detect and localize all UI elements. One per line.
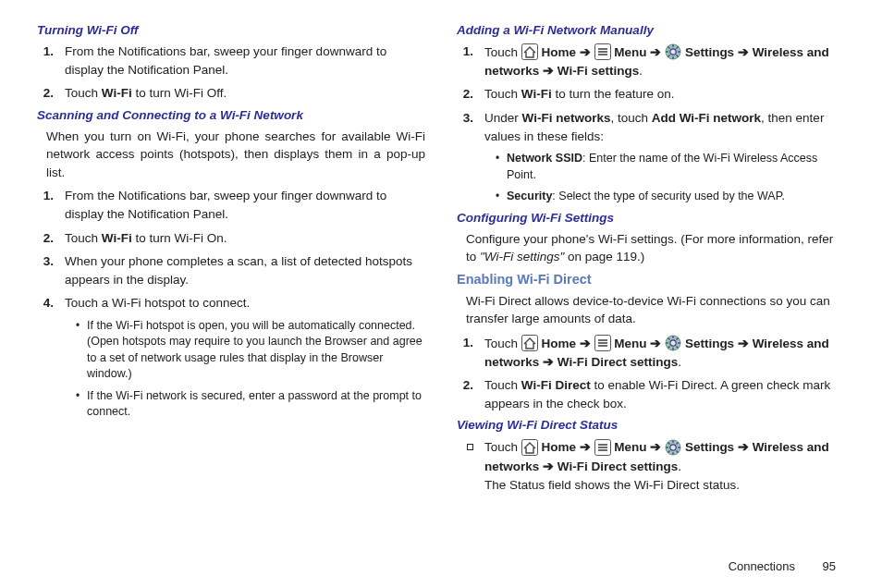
step-text: Under Wi-Fi networks, touch Add Wi-Fi ne… <box>484 109 845 145</box>
bullet-dot: • <box>76 318 87 334</box>
step-text: Touch Wi-Fi to turn Wi-Fi On. <box>65 229 425 248</box>
bold-text: Wi-Fi <box>102 86 132 100</box>
step-number: 2. <box>37 84 65 103</box>
step-text: Touch Wi-Fi to turn Wi-Fi Off. <box>65 84 425 103</box>
arrow-icon: ➔ <box>543 355 554 369</box>
arrow-icon: ➔ <box>738 337 749 350</box>
step-number: 2. <box>457 376 484 395</box>
bold-text: Home <box>542 337 580 350</box>
step-number: 4. <box>37 294 65 312</box>
bullet-text: Network SSID: Enter the name of the Wi-F… <box>507 151 845 183</box>
step-number: 1. <box>457 43 484 61</box>
bullet-item: • If the Wi-Fi hotspot is open, you will… <box>76 318 425 383</box>
bold-text: Menu <box>614 440 650 454</box>
list-viewing: Touch Home ➔ Menu ➔ Settings ➔ Wireless … <box>457 437 845 494</box>
step-number: 1. <box>457 334 484 352</box>
text: Touch <box>65 231 102 245</box>
step-number: 2. <box>457 85 484 104</box>
text: to turn Wi-Fi Off. <box>132 86 227 100</box>
step-number: 3. <box>37 252 65 271</box>
bold-text: Settings <box>685 337 738 350</box>
heading-scanning: Scanning and Connecting to a Wi-Fi Netwo… <box>37 108 425 122</box>
bullet-list: • If the Wi-Fi hotspot is open, you will… <box>76 318 425 421</box>
list-item: 1. Touch Home ➔ Menu ➔ Settings ➔ Wirele… <box>457 43 845 80</box>
list-item: Touch Home ➔ Menu ➔ Settings ➔ Wireless … <box>457 437 845 494</box>
bold-text: Wi-Fi settings <box>557 64 639 78</box>
bullet-list: • Network SSID: Enter the name of the Wi… <box>496 151 845 205</box>
bold-text: Wi-Fi <box>521 87 552 101</box>
left-column: Turning Wi-Fi Off 1. From the Notificati… <box>37 20 425 499</box>
bold-text: Settings <box>685 45 738 59</box>
list-adding: 1. Touch Home ➔ Menu ➔ Settings ➔ Wirele… <box>457 43 845 145</box>
menu-icon <box>594 439 611 456</box>
text: Touch <box>484 87 521 101</box>
text: Under <box>484 111 522 125</box>
heading-turning-wifi-off: Turning Wi-Fi Off <box>37 23 425 37</box>
bold-text: Wi-Fi networks <box>522 111 611 125</box>
step-text: When your phone completes a scan, a list… <box>65 252 425 288</box>
heading-configuring: Configuring Wi-Fi Settings <box>457 211 845 225</box>
arrow-icon: ➔ <box>580 45 591 59</box>
home-icon <box>521 43 538 60</box>
footer-page-number: 95 <box>823 559 836 573</box>
list-item: 3. When your phone completes a scan, a l… <box>37 252 425 288</box>
arrow-icon: ➔ <box>543 64 554 78</box>
list-item: 2. Touch Wi-Fi to turn Wi-Fi On. <box>37 229 425 248</box>
text: , touch <box>610 111 651 125</box>
text: . <box>639 64 643 78</box>
heading-viewing-status: Viewing Wi-Fi Direct Status <box>457 418 845 432</box>
arrow-icon: ➔ <box>738 45 749 59</box>
step-number: 1. <box>37 187 65 205</box>
bold-text: Network SSID <box>507 152 582 165</box>
arrow-icon: ➔ <box>580 440 591 454</box>
settings-icon <box>665 439 681 456</box>
arrow-icon: ➔ <box>543 459 554 472</box>
text: The Status field shows the Wi-Fi Direct … <box>484 478 740 492</box>
step-text: Touch Home ➔ Menu ➔ Settings ➔ Wireless … <box>484 437 845 494</box>
paragraph: When you turn on Wi-Fi, your phone searc… <box>46 128 425 182</box>
heading-adding-manually: Adding a Wi-Fi Network Manually <box>457 23 845 37</box>
paragraph: Wi-Fi Direct allows device-to-device Wi-… <box>466 292 845 328</box>
list-scanning: 1. From the Notifications bar, sweep you… <box>37 187 425 312</box>
bullet-dot: • <box>76 388 87 404</box>
italic-text: "Wi-Fi settings" <box>480 250 564 263</box>
text: . <box>678 355 681 369</box>
arrow-icon: ➔ <box>650 337 661 350</box>
page-columns: Turning Wi-Fi Off 1. From the Notificati… <box>37 20 845 499</box>
arrow-icon: ➔ <box>580 337 591 350</box>
step-square <box>457 437 484 456</box>
text: . <box>678 459 681 472</box>
right-column: Adding a Wi-Fi Network Manually 1. Touch… <box>457 20 845 499</box>
list-item: 2. Touch Wi-Fi to turn the feature on. <box>457 85 845 104</box>
arrow-icon: ➔ <box>738 440 749 454</box>
step-text: Touch Home ➔ Menu ➔ Settings ➔ Wireless … <box>484 334 845 371</box>
list-turn-off: 1. From the Notifications bar, sweep you… <box>37 43 425 103</box>
text: to turn the feature on. <box>552 87 675 101</box>
text: Touch <box>484 337 521 350</box>
bold-text: Wi-Fi Direct <box>521 378 591 392</box>
bold-text: Wi-Fi Direct settings <box>557 355 678 369</box>
bullet-dot: • <box>496 151 507 166</box>
page-footer: Connections 95 <box>729 559 836 573</box>
menu-icon <box>594 43 611 60</box>
bold-text: Wi-Fi Direct settings <box>557 459 678 472</box>
bold-text: Menu <box>614 45 650 59</box>
step-number: 3. <box>457 109 484 128</box>
bullet-item: • Security: Select the type of security … <box>496 189 845 205</box>
text: Touch <box>484 378 521 392</box>
bold-text: Home <box>542 45 580 59</box>
list-item: 1. Touch Home ➔ Menu ➔ Settings ➔ Wirele… <box>457 334 845 371</box>
bold-text: Wi-Fi <box>102 231 132 245</box>
step-text: Touch Wi-Fi Direct to enable Wi-Fi Direc… <box>484 376 845 412</box>
list-item: 1. From the Notifications bar, sweep you… <box>37 43 425 79</box>
menu-icon <box>594 335 611 351</box>
step-number: 1. <box>37 43 65 61</box>
bullet-text: If the Wi-Fi hotspot is open, you will b… <box>87 318 425 383</box>
settings-icon <box>665 335 681 351</box>
paragraph: Configure your phone's Wi-Fi settings. (… <box>466 230 845 266</box>
footer-section: Connections <box>729 559 795 573</box>
step-text: Touch a Wi-Fi hotspot to connect. <box>65 294 425 312</box>
list-item: 3. Under Wi-Fi networks, touch Add Wi-Fi… <box>457 109 845 145</box>
step-text: Touch Home ➔ Menu ➔ Settings ➔ Wireless … <box>484 43 845 80</box>
list-item: 2. Touch Wi-Fi Direct to enable Wi-Fi Di… <box>457 376 845 412</box>
